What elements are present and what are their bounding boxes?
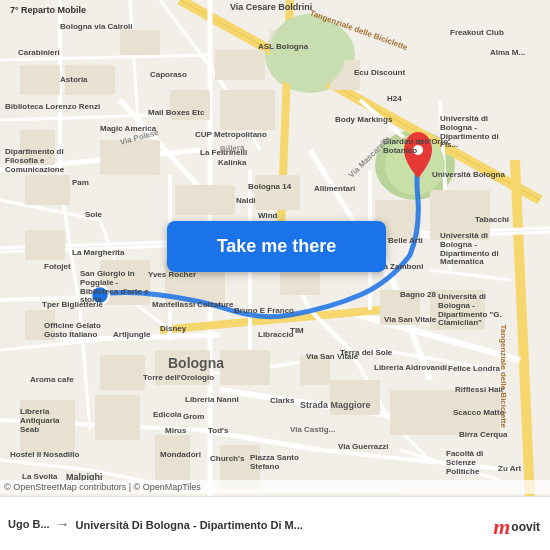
map-label: Body Markings: [335, 115, 392, 124]
svg-rect-65: [255, 175, 300, 210]
map-label: Church's: [210, 454, 244, 463]
map-attribution: © OpenStreetMap contributors | © OpenMap…: [0, 480, 550, 494]
map-label: Biblioteca Lorenzo Renzi: [5, 102, 100, 111]
moovit-icon: m: [493, 514, 510, 540]
map-label: Allimentari: [314, 184, 355, 193]
svg-rect-58: [25, 230, 65, 260]
map-label: Libreria Nanni: [185, 395, 239, 404]
map-label: Bagno 28: [400, 290, 436, 299]
map-label: Edicola: [153, 410, 181, 419]
map-label: Via San Vitale: [306, 352, 358, 361]
svg-rect-66: [175, 185, 235, 215]
map-label: Tod's: [208, 426, 228, 435]
svg-rect-68: [100, 355, 145, 390]
map-label: Bologna via Cairoli: [60, 22, 132, 31]
map-label: Aroma cafe: [30, 375, 74, 384]
map-container: 7° Reparto Mobile Bologna via Cairoli Vi…: [0, 0, 550, 550]
map-label: Grom: [183, 412, 204, 421]
map-label: Kalinka: [218, 158, 246, 167]
map-label: Tabacchi: [475, 215, 509, 224]
map-label: Piazza Santo Stefano: [250, 454, 305, 472]
map-label: Giardini dell'Orto Botanico: [383, 138, 453, 156]
map-label: Bruno E Franco: [234, 306, 294, 315]
svg-rect-70: [220, 350, 270, 385]
map-label: Libreria Antiquaria Seab: [20, 408, 80, 434]
map-label: Università di Bologna - Dipartimento di …: [440, 232, 520, 267]
map-label: CUP Metropolitano: [195, 130, 267, 139]
map-label: Mail Boxes Etc: [148, 108, 204, 117]
map-label: Sole: [85, 210, 102, 219]
map-label: Università Bologna: [432, 170, 505, 179]
map-label: Facoltà di Scienze Politiche: [446, 450, 506, 476]
route-arrow: →: [56, 516, 70, 532]
map-label: Torre dell'Orologio: [143, 373, 214, 382]
map-label: Università di Bologna - Dipartimento "G.…: [438, 293, 518, 328]
route-from: Ugo B...: [8, 518, 50, 530]
map-label: La Margherita: [72, 248, 124, 257]
map-label: Via Castig...: [290, 425, 335, 434]
moovit-logo: m oovit: [493, 514, 540, 540]
map-label: Libraccio: [258, 330, 294, 339]
map-label: TIM: [290, 326, 304, 335]
map-label: Strada Maggiore: [300, 400, 371, 410]
route-from-text: Ugo B...: [8, 518, 50, 530]
map-label: Bologna 14: [248, 182, 291, 191]
svg-rect-81: [95, 395, 140, 440]
take-me-there-button[interactable]: Take me there: [167, 221, 386, 272]
map-label: Artljungle: [113, 330, 150, 339]
map-label: Dipartimento di Filosofia e Comunicazion…: [5, 148, 85, 174]
svg-rect-55: [120, 30, 160, 55]
map-label: Scacco Matto: [453, 408, 505, 417]
map-label: Tper Biglietterie: [42, 300, 103, 309]
svg-rect-64: [220, 90, 275, 130]
route-to-text: Università Di Bologna - Dipartimento Di …: [76, 519, 303, 531]
bottom-bar: Ugo B... → Università Di Bologna - Dipar…: [0, 496, 550, 550]
map-label: 7° Reparto Mobile: [10, 5, 86, 15]
svg-rect-78: [390, 390, 440, 435]
map-label: Fotojet: [44, 262, 71, 271]
map-label: Naldi: [236, 196, 256, 205]
map-label: Zu Art: [498, 464, 521, 473]
map-label: Via San Vitale: [384, 315, 436, 324]
map-label: Ecu Discount: [354, 68, 405, 77]
map-label: Rifflessi Hair: [455, 385, 504, 394]
map-label: Mirus: [165, 426, 186, 435]
map-label: Mondadori: [160, 450, 201, 459]
map-label: Via Cesare Boldrini: [230, 2, 312, 12]
map-label: Birra Cerqua: [459, 430, 507, 439]
map-label: H24: [387, 94, 402, 103]
map-label: Hostel Il Nosadillo: [10, 450, 79, 459]
map-label: Freakout Club: [450, 28, 504, 37]
svg-rect-62: [215, 50, 265, 80]
map-label: Libreria Aldrovandi: [374, 363, 447, 372]
map-label-bologna: Bologna: [168, 355, 224, 371]
svg-rect-57: [25, 175, 70, 205]
map-label: Via Guerrazzi: [338, 442, 389, 451]
map-label: Wind: [258, 211, 277, 220]
map-label: Astoria: [60, 75, 88, 84]
map-label: Clarks: [270, 396, 294, 405]
map-label: Mantellassi Calzature: [152, 300, 233, 309]
map-label: Tangenziale delle Biciclette: [499, 325, 508, 428]
map-label: Carabinieri: [18, 48, 60, 57]
svg-rect-53: [20, 65, 60, 95]
map-label: ASL Bologna: [258, 42, 308, 51]
map-label: Belle Arti: [388, 236, 423, 245]
svg-rect-60: [100, 140, 160, 175]
map-label: Felice Londra: [448, 364, 500, 373]
moovit-text: oovit: [511, 520, 540, 534]
map-label: Alma M...: [490, 48, 525, 57]
map-label: Pam: [72, 178, 89, 187]
route-to: Università Di Bologna - Dipartimento Di …: [76, 515, 542, 533]
map-label: Disney: [160, 324, 186, 333]
map-label: Officine Gelato Gusto Italiano: [44, 322, 114, 340]
map-label: Caporaso: [150, 70, 187, 79]
